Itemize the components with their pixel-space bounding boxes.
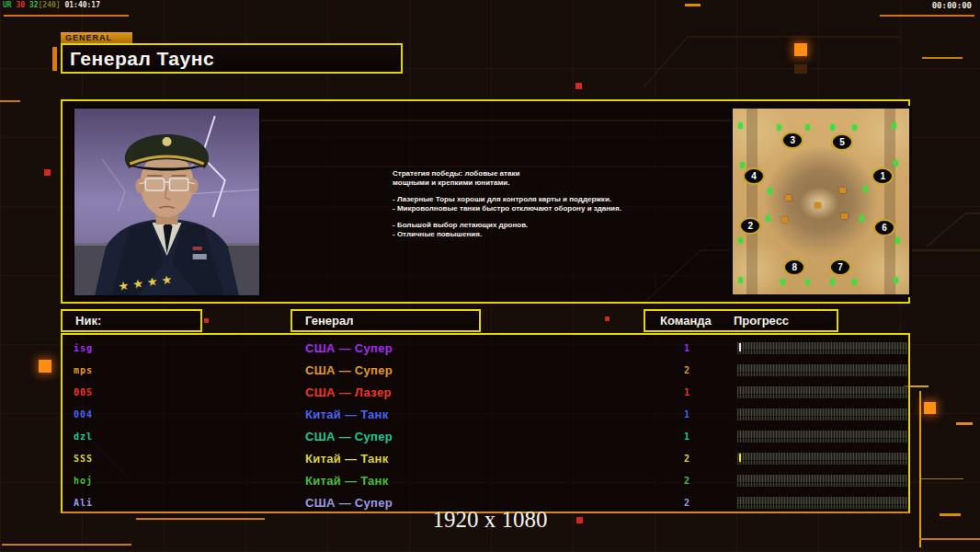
- strategy-line: - Микроволновые танки быстро отключают о…: [393, 204, 710, 213]
- supply-dot: [768, 188, 772, 194]
- header-nick-label: Ник:: [75, 314, 101, 328]
- tech-building-dot: [785, 195, 792, 201]
- strategy-line: Стратегия победы: лобовые атаки: [393, 169, 710, 178]
- player-nick: 005: [74, 387, 93, 397]
- decor-square-orange: [794, 43, 807, 56]
- player-nick: SSS: [74, 454, 93, 464]
- decor-line: [922, 57, 963, 59]
- player-row: isgСША — Супер1: [63, 338, 905, 360]
- supply-dot: [781, 279, 785, 285]
- supply-dot: [805, 124, 810, 131]
- header-general: Генерал: [291, 309, 481, 332]
- decor-line: [919, 538, 980, 540]
- start-position-badge: 8: [783, 259, 805, 276]
- decor-square-red: [605, 316, 610, 321]
- supply-dot: [805, 279, 810, 285]
- player-general: США — Супер: [305, 430, 393, 443]
- supply-dot: [777, 124, 781, 131]
- page-title: Генерал Таунс: [70, 48, 401, 70]
- decor-line: [880, 15, 974, 17]
- player-row: mpsСША — Супер2: [63, 360, 905, 382]
- decor-line: [956, 422, 973, 425]
- decor-line: [4, 15, 129, 17]
- supply-dot: [740, 162, 745, 168]
- decor-square-red: [44, 169, 51, 176]
- player-row: dzlСША — Супер1: [63, 426, 905, 448]
- status-segment: 32: [25, 1, 38, 9]
- player-nick: mps: [74, 365, 93, 375]
- player-team: 1: [677, 409, 697, 420]
- supply-dot: [738, 237, 743, 244]
- player-general: США — Лазер: [305, 385, 392, 399]
- player-general: Китай — Танк: [305, 474, 389, 488]
- header-progress-label: Прогресс: [734, 314, 789, 328]
- strategy-line: - Отличные повышения.: [393, 230, 710, 239]
- player-nick: isg: [74, 343, 93, 353]
- supply-dot: [852, 124, 857, 131]
- start-position-badge: 6: [873, 219, 895, 236]
- header-general-label: Генерал: [305, 314, 353, 328]
- player-row: SSSКитай — Танк2: [63, 448, 905, 470]
- start-position-badge: 3: [781, 132, 803, 149]
- supply-dot: [830, 279, 835, 285]
- progress-bar: [737, 342, 907, 354]
- start-position-badge: 1: [872, 167, 894, 185]
- tech-building-dot: [781, 217, 788, 223]
- player-general: Китай — Танк: [305, 408, 389, 421]
- match-timer: 00:00:00: [932, 1, 972, 10]
- player-row: 004Китай — Танк1: [63, 404, 905, 426]
- player-lobby-table: isgСША — Супер1mpsСША — Супер2005США — Л…: [61, 333, 910, 513]
- strategy-line: мощными и крепкими юнитами.: [393, 178, 710, 188]
- decor-square-red: [575, 83, 582, 89]
- player-nick: dzl: [74, 431, 93, 442]
- status-segment: 30: [12, 1, 25, 9]
- start-position-badge: 2: [739, 217, 761, 235]
- player-nick: hoj: [74, 476, 93, 486]
- player-team: 2: [677, 476, 697, 486]
- general-info-panel: ★ ★ ★ ★ Стратегия победы: лобовые атаким…: [61, 99, 910, 304]
- decor-line: [921, 478, 963, 479]
- decor-line: [2, 544, 131, 546]
- header-nick: Ник:: [61, 309, 202, 332]
- decor-square-orange: [924, 402, 936, 414]
- decor-square-reflection: [794, 64, 807, 74]
- resolution-watermark: 1920 x 1080: [0, 507, 980, 533]
- start-position-badge: 5: [831, 133, 853, 151]
- decor-line: [685, 4, 701, 6]
- player-row: hojКитай — Танк2: [63, 470, 905, 492]
- strategy-gap: [393, 188, 710, 195]
- progress-bar: [737, 475, 907, 487]
- progress-bar: [737, 364, 907, 376]
- progress-bar: [737, 408, 907, 420]
- supply-dot: [766, 215, 770, 222]
- player-general: Китай — Танк: [305, 452, 389, 466]
- supply-dot: [830, 124, 835, 131]
- supply-dot: [738, 277, 743, 283]
- start-position-badge: 7: [829, 259, 851, 276]
- decor-line: [0, 100, 20, 102]
- supply-dot: [894, 277, 898, 283]
- player-team: 2: [677, 454, 697, 464]
- supply-dot: [892, 122, 896, 129]
- supply-dot: [895, 237, 900, 244]
- player-nick: 004: [74, 409, 93, 420]
- general-tab-label: GENERAL: [61, 32, 132, 43]
- player-team: 2: [677, 365, 697, 375]
- strategy-line: - Большой выбор летающих дронов.: [393, 221, 710, 230]
- progress-bar: [737, 431, 907, 443]
- strategy-gap: [393, 213, 710, 221]
- strategy-text: Стратегия победы: лобовые атакимощными и…: [393, 169, 710, 239]
- status-segment: UR: [3, 1, 12, 9]
- player-general: США — Супер: [305, 341, 393, 355]
- status-segment: [240]: [39, 1, 61, 9]
- progress-bar: [737, 453, 907, 465]
- strategy-line: - Лазерные Торы хороши для контроля карт…: [393, 195, 710, 204]
- progress-tick: [739, 343, 741, 351]
- header-team-label: Команда: [660, 314, 712, 328]
- map-preview: 12345678: [730, 106, 912, 297]
- tech-building-dot: [815, 202, 821, 208]
- tech-building-dot: [841, 213, 848, 219]
- supply-dot: [863, 186, 868, 192]
- player-team: 1: [677, 343, 697, 353]
- supply-dot: [852, 279, 857, 285]
